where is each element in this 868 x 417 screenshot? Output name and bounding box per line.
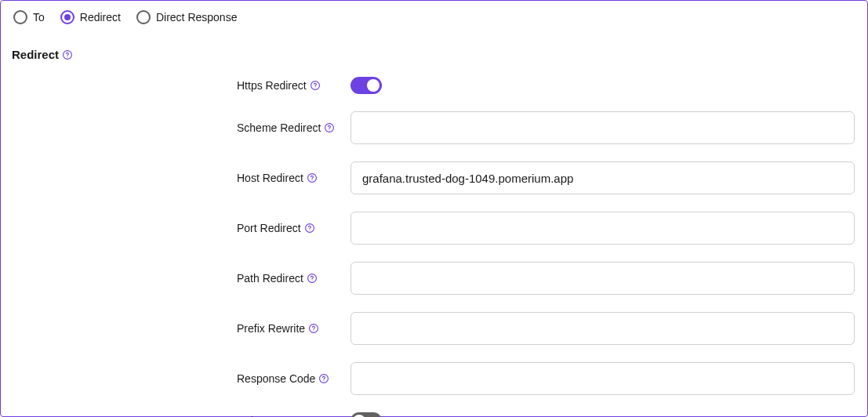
input-host-redirect[interactable] xyxy=(350,161,855,194)
radio-checked-icon xyxy=(60,10,74,24)
row-response-code: Response Code xyxy=(237,362,855,395)
label-scheme-redirect: Scheme Redirect xyxy=(237,121,321,134)
label-prefix-rewrite: Prefix Rewrite xyxy=(237,322,305,335)
input-scheme-redirect[interactable] xyxy=(350,111,855,144)
help-icon[interactable] xyxy=(308,323,319,334)
section-header: Redirect xyxy=(12,48,855,61)
svg-point-7 xyxy=(311,179,312,180)
radio-direct-response-label: Direct Response xyxy=(156,11,238,24)
section-title: Redirect xyxy=(12,48,59,61)
svg-point-9 xyxy=(309,230,310,230)
help-icon[interactable] xyxy=(307,273,318,284)
row-scheme-redirect: Scheme Redirect xyxy=(237,111,855,144)
svg-point-1 xyxy=(67,56,68,57)
radio-to-label: To xyxy=(33,11,45,24)
svg-point-11 xyxy=(311,280,312,281)
row-host-redirect: Host Redirect xyxy=(237,161,855,194)
svg-point-13 xyxy=(314,330,314,331)
svg-point-5 xyxy=(329,129,330,130)
row-path-redirect: Path Redirect xyxy=(237,262,855,295)
label-port-redirect: Port Redirect xyxy=(237,222,301,234)
redirect-config-panel: To Redirect Direct Response Redirect Htt… xyxy=(0,0,868,417)
label-response-code: Response Code xyxy=(237,372,315,385)
help-icon[interactable] xyxy=(324,122,335,133)
input-path-redirect[interactable] xyxy=(350,262,855,295)
row-prefix-rewrite: Prefix Rewrite xyxy=(237,312,855,345)
row-port-redirect: Port Redirect xyxy=(237,212,855,245)
help-icon[interactable] xyxy=(318,373,329,384)
input-port-redirect[interactable] xyxy=(350,212,855,245)
help-icon[interactable] xyxy=(62,49,73,60)
help-icon[interactable] xyxy=(304,223,315,234)
radio-unchecked-icon xyxy=(13,10,27,24)
radio-redirect[interactable]: Redirect xyxy=(60,10,121,24)
svg-point-15 xyxy=(324,380,325,381)
svg-point-3 xyxy=(314,87,315,88)
radio-unchecked-icon xyxy=(136,10,151,24)
label-https-redirect: Https Redirect xyxy=(237,79,307,92)
help-icon[interactable] xyxy=(307,172,318,183)
row-https-redirect: Https Redirect xyxy=(237,77,855,94)
radio-direct-response[interactable]: Direct Response xyxy=(136,10,238,24)
label-path-redirect: Path Redirect xyxy=(237,272,303,285)
radio-to[interactable]: To xyxy=(13,10,45,24)
toggle-strip-query[interactable] xyxy=(350,412,382,417)
input-response-code[interactable] xyxy=(350,362,855,395)
mode-radio-group: To Redirect Direct Response xyxy=(13,10,855,24)
label-host-redirect: Host Redirect xyxy=(237,172,303,184)
input-prefix-rewrite[interactable] xyxy=(350,312,855,345)
radio-redirect-label: Redirect xyxy=(80,11,121,24)
redirect-form: Https Redirect Scheme Redirect Host Redi… xyxy=(237,77,855,417)
toggle-https-redirect[interactable] xyxy=(350,77,382,94)
row-strip-query: Strip Query xyxy=(237,412,855,417)
help-icon[interactable] xyxy=(310,80,321,91)
